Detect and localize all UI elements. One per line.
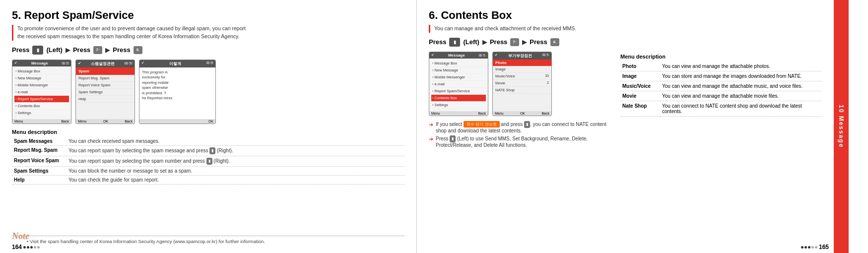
table-row: Spam Messages You can check received spa… xyxy=(12,137,404,146)
phone-footer-2: MenuOKBack xyxy=(76,119,134,124)
nate-badge: 최수 편기 연선호 xyxy=(464,121,499,127)
dot-group-right xyxy=(801,246,817,249)
note-section: Note • Visit the spam handling center of… xyxy=(12,236,404,244)
right-btn-1[interactable]: ▮ xyxy=(449,38,460,47)
right-phone-body-1: › Message Box › New Message › Mobile Mes… xyxy=(429,59,488,110)
left-btn-1[interactable]: ▮ xyxy=(32,46,43,55)
r-menu-item-msg-box: › Message Box xyxy=(431,60,486,67)
right-screenshots-row: ✔ Message IB·5: › Message Box › New Mess… xyxy=(429,52,612,116)
menu-label-report-voice: Report Voice Spam xyxy=(12,156,67,166)
left-menu-table: Spam Messages You can check received spa… xyxy=(12,137,404,185)
right-btn-2[interactable]: 7⁻ xyxy=(510,38,519,46)
table-row: Spam Settings You can block the number o… xyxy=(12,166,404,175)
right-press-line: Press ▮ (Left) ▶ Press 7⁻ ▶ Press 6. xyxy=(429,38,822,47)
table-row: Help You can check the guide for spam re… xyxy=(12,175,404,184)
table-row: Music/Voice You can view and manage the … xyxy=(620,81,822,91)
phone-screen-2: ✔스팸설정관련IB·5! Spam Report Msg. Spam Repor… xyxy=(75,60,135,124)
rdot-3 xyxy=(808,246,810,249)
right-phone-screen-2: ✔부가부장점컨IB·5: Photo Image Music/Voice10 M… xyxy=(492,52,552,116)
phone-screen-3: ✔이렇게IB·5! This program isexclusively for… xyxy=(139,60,216,124)
menu-label-report-msg: Report Msg. Spam xyxy=(12,145,67,156)
menu-label-music: Music/Voice xyxy=(620,81,660,91)
bullet-2-text: Press ▮ (Left) to use Send MMS, Set Back… xyxy=(436,135,612,148)
arrow-r1: ▶ xyxy=(482,39,487,46)
menu-item-msg-box: › Message Box xyxy=(14,68,69,75)
press-label-r2: Press xyxy=(490,38,507,46)
right-phone-header-2: ✔부가부장점컨IB·5: xyxy=(493,52,551,60)
menu-desc-image: You can store and manage the images down… xyxy=(660,71,822,81)
menu-desc-nate: You can connect to NATE content shop and… xyxy=(660,101,822,116)
left-page-number: 164 xyxy=(12,244,40,251)
note-icon: Note xyxy=(12,231,29,242)
left-label-1: (Left) xyxy=(46,46,63,54)
phone-footer-3: OK xyxy=(139,119,215,124)
press-label-1: Press xyxy=(12,46,29,54)
right-spam-item-2: Music/Voice10 xyxy=(493,73,551,80)
bullet-2: ➜ Press ▮ (Left) to use Send MMS, Set Ba… xyxy=(429,135,612,148)
menu-desc-report-msg: You can report spam by selecting the spa… xyxy=(67,145,404,156)
table-row: Photo You can view and manage the attach… xyxy=(620,62,822,71)
arrow-r2: ▶ xyxy=(522,39,527,46)
left-screenshots: ✔ Message IB·5! › Message Box › New Mess… xyxy=(12,60,404,124)
menu-label-image: Image xyxy=(620,71,660,81)
right-bullets: ➜ If you select 최수 편기 연선호 and press ▮, y… xyxy=(429,121,612,148)
press-label-3: Press xyxy=(113,46,130,54)
left-btn-2[interactable]: 7⁻ xyxy=(93,46,102,54)
rdot-5 xyxy=(815,246,817,249)
phone-text-content: This program isexclusively forreporting … xyxy=(139,67,215,104)
table-row: Report Msg. Spam You can report spam by … xyxy=(12,145,404,156)
spam-item-1: Report Msg. Spam xyxy=(76,75,134,82)
r-menu-item-new-msg: › New Message xyxy=(431,67,486,74)
dot-group-left xyxy=(23,246,40,249)
arrow-2: ▶ xyxy=(105,47,110,54)
right-phone-footer-1: MenuBack xyxy=(429,111,488,116)
arrow-1: ▶ xyxy=(66,47,70,54)
dot-3 xyxy=(30,246,33,249)
inline-press-btn: ▮ xyxy=(524,121,530,128)
left-label-r1: (Left) xyxy=(463,38,479,46)
r-menu-item-contents: › Contents Box xyxy=(431,95,486,102)
phone-body-1: › Message Box › New Message › Mobile Mes… xyxy=(12,66,71,118)
right-phone-screen-1: ✔ Message IB·5: › Message Box › New Mess… xyxy=(429,52,488,116)
table-row: Nate Shop You can connect to NATE conten… xyxy=(620,101,822,116)
right-spam-item-4: NATE Shop xyxy=(493,87,551,94)
phone-header-3: ✔이렇게IB·5! xyxy=(139,60,215,67)
bullet-1: ➜ If you select 최수 편기 연선호 and press ▮, y… xyxy=(429,121,612,133)
r-menu-item-email: › e-mail xyxy=(431,81,486,88)
press-label-r1: Press xyxy=(429,38,446,46)
right-menu-description: Menu description Photo You can view and … xyxy=(620,52,822,150)
r-menu-item-spam: › Report Spam/Service xyxy=(431,88,486,95)
menu-desc-report-voice: You can report spam by selecting the spa… xyxy=(67,156,404,166)
menu-item-contents: › Contents Box xyxy=(14,103,69,110)
bullet-arrow-2: ➜ xyxy=(429,136,433,142)
right-content-row: ✔ Message IB·5: › Message Box › New Mess… xyxy=(429,52,822,150)
note-text: • Visit the spam handling center of Kore… xyxy=(27,239,404,244)
table-row: Image You can store and manage the image… xyxy=(620,71,822,81)
right-menu-desc-title: Menu description xyxy=(620,54,822,60)
phone-footer-1: MenuBack xyxy=(12,119,71,124)
table-row: Report Voice Spam You can report spam by… xyxy=(12,156,404,166)
menu-label-help: Help xyxy=(12,175,67,184)
right-section: 6. Contents Box You can manage and check… xyxy=(417,0,834,253)
right-spam-item-3: Movie2 xyxy=(493,80,551,87)
right-btn-3[interactable]: 6. xyxy=(550,38,559,46)
right-spam-item-1: Image xyxy=(493,66,551,73)
menu-desc-spam-settings: You can block the number or message to s… xyxy=(67,166,404,175)
right-phone-footer-2: MenuOKBack xyxy=(493,111,551,116)
phone-header-1: ✔ Message IB·5! xyxy=(12,60,71,66)
dot-5 xyxy=(37,246,40,249)
inline-right-btn-1: ▮ xyxy=(209,147,215,154)
left-subtitle: To promote convenience of the user and t… xyxy=(12,25,404,41)
menu-desc-movie: You can view and manage the attachable m… xyxy=(660,91,822,101)
dot-2 xyxy=(27,246,29,249)
spam-label: Spam xyxy=(76,67,134,75)
menu-item-settings: › Settings xyxy=(14,110,69,117)
menu-desc-music: You can view and manage the attachable m… xyxy=(660,81,822,91)
bullet-1-text: If you select 최수 편기 연선호 and press ▮, you… xyxy=(436,121,612,133)
menu-label-spam-settings: Spam Settings xyxy=(12,166,67,175)
spam-item-2: Report Voice Spam xyxy=(76,82,134,89)
left-btn-3[interactable]: 5. xyxy=(134,46,142,54)
menu-label-spam-messages: Spam Messages xyxy=(12,137,67,146)
table-row: Movie You can view and manage the attach… xyxy=(620,91,822,101)
menu-desc-photo: You can view and manage the attachable p… xyxy=(660,62,822,71)
